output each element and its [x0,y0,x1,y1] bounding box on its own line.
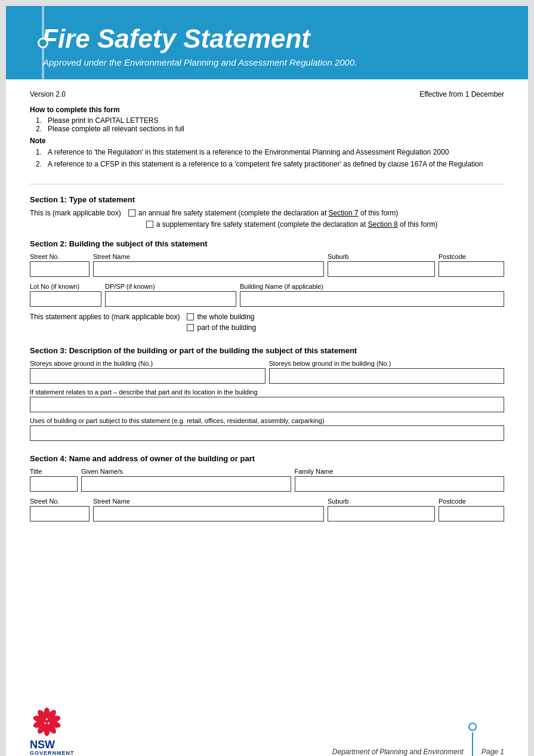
field-owner-postcode[interactable] [439,506,504,522]
section2-row1: Street No. Street Name Suburb Postcode [30,253,504,277]
meta-row: Version 2.0 Effective from 1 December [30,90,504,98]
label-uses: Uses of building or part subject to this… [30,417,504,424]
footer-circle [468,723,477,731]
applies-label: This statement applies to (mark applicab… [30,313,180,321]
section3-title: Section 3: Description of the building o… [30,346,504,355]
field-postcode[interactable] [439,261,504,277]
version-label: Version 2.0 [30,90,66,98]
svg-point-11 [46,718,48,720]
field-owner-street-name[interactable] [93,506,324,522]
label-owner-suburb: Suburb [328,498,435,505]
nsw-flower-icon [30,707,66,737]
field-uses[interactable] [30,425,504,441]
document-page: Fire Safety Statement Approved under the… [6,6,528,756]
instruction-item-2: 2.Please complete all relevant sections … [36,125,504,133]
instruction-item-1: 1.Please print in CAPITAL LETTERS [36,116,504,125]
nsw-logo: NSW GOVERNMENT [30,707,75,756]
header-circle [38,38,48,48]
page-label: Page 1 [481,748,504,756]
section4-row2: Street No. Street Name Suburb Postcode [30,498,504,522]
label-postcode: Postcode [439,253,504,260]
label-lot-no: Lot No (if known) [30,283,101,290]
department-name: Department of Planning and Environment [332,748,464,756]
note-item-2: 2.A reference to a CFSP in this statemen… [36,159,504,169]
label-dpsp: DP/SP (if known) [105,283,236,290]
field-suburb[interactable] [328,261,435,277]
label-storeys-below: Storeys below ground in the building (No… [269,360,505,367]
field-dpsp[interactable] [105,291,236,307]
label-storeys-above: Storeys above ground in the building (No… [30,360,266,367]
section2-row2: Lot No (if known) DP/SP (if known) Build… [30,283,504,307]
applies-whole[interactable]: the whole building [187,313,256,321]
footer-line [472,732,473,756]
checkbox-supplementary[interactable] [146,221,153,228]
field-title[interactable] [30,476,78,492]
instructions-title: How to complete this form [30,106,504,114]
field-storeys-above[interactable] [30,368,266,384]
label-owner-street-no: Street No. [30,498,89,505]
label-owner-postcode: Postcode [439,498,504,505]
note-item-1: 1.A reference to 'the Regulation' in thi… [36,147,504,158]
field-owner-suburb[interactable] [328,506,435,522]
label-street-no: Street No. [30,253,89,260]
checkbox-annual[interactable] [128,209,135,217]
applies-part[interactable]: part of the building [187,323,256,332]
footer: NSW GOVERNMENT Department of Planning an… [6,698,528,756]
field-owner-street-no[interactable] [30,506,89,522]
svg-point-13 [44,722,46,724]
field-part-description[interactable] [30,397,504,412]
section4-title: Section 4: Name and address of owner of … [30,454,504,463]
footer-divider [468,723,477,756]
section1-option1[interactable]: an annual fire safety statement (complet… [128,209,438,217]
svg-point-12 [48,722,50,724]
label-family-name: Family Name [295,468,505,475]
section4-row1: Title Given Name/s Family Name [30,468,504,492]
label-suburb: Suburb [328,253,435,260]
field-family-name[interactable] [295,476,505,492]
document-subtitle: Approved under the Environmental Plannin… [43,57,504,67]
section1-label: This is (mark applicable box) [30,209,121,217]
field-given-name[interactable] [81,476,291,492]
field-lot-no[interactable] [30,291,101,307]
label-part-description: If statement relates to a part – describ… [30,388,504,396]
section3-storeys-row: Storeys above ground in the building (No… [30,360,504,384]
document-body: Version 2.0 Effective from 1 December Ho… [6,79,528,698]
field-street-name[interactable] [93,261,324,277]
label-owner-street-name: Street Name [93,498,324,505]
effective-label: Effective from 1 December [419,90,504,98]
label-street-name: Street Name [93,253,324,260]
header: Fire Safety Statement Approved under the… [6,6,528,79]
label-given-name: Given Name/s [81,468,291,475]
note-title: Note [30,137,504,145]
field-street-no[interactable] [30,261,89,277]
field-storeys-below[interactable] [269,368,505,384]
section1-option2[interactable]: a supplementary fire safety statement (c… [146,220,438,229]
label-building-name: Building Name (if applicable) [240,283,504,290]
section2-title: Section 2: Building the subject of this … [30,239,504,248]
applies-to-row: This statement applies to (mark applicab… [30,313,504,332]
label-title: Title [30,468,78,475]
checkbox-whole[interactable] [187,313,194,320]
footer-right: Department of Planning and Environment P… [332,723,504,756]
divider [30,184,504,184]
nsw-gov-text: GOVERNMENT [30,750,75,756]
checkbox-part[interactable] [187,324,194,331]
document-title: Fire Safety Statement [42,24,504,54]
section1-title: Section 1: Type of statement [30,195,504,204]
nsw-text: NSW [30,739,55,750]
field-building-name[interactable] [240,291,504,307]
